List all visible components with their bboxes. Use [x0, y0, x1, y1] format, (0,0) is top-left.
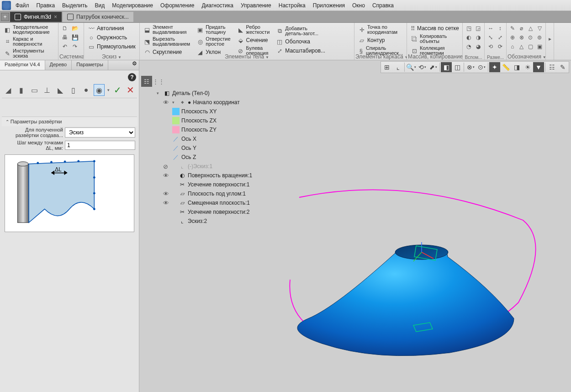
ann-icon[interactable]: △ — [518, 42, 526, 51]
shape-sphere-icon[interactable]: ● — [80, 84, 91, 96]
menu-control[interactable]: Управление — [238, 1, 274, 10]
ribbon-overflow[interactable]: ▸ — [546, 23, 554, 60]
shell-button[interactable]: ◫Оболочка — [274, 37, 327, 46]
panel-tab-unfold[interactable]: Развёртки V4.4 — [0, 60, 45, 70]
thicken-icon: ▣ — [196, 26, 204, 33]
new-icon[interactable]: 🗋 — [60, 24, 69, 33]
wire-icon: ⌗ — [4, 38, 11, 45]
open-icon[interactable]: 📂 — [70, 24, 79, 33]
svg-point-3 — [50, 161, 52, 163]
circle-icon: ○ — [88, 34, 95, 41]
group-title: Разме... — [485, 55, 506, 60]
main-area: Развёртки V4.4 Дерево Параметры ⚙ ? ◢ ▮ … — [0, 60, 571, 392]
tab-label: Фигня.m3d — [24, 14, 51, 20]
menu-diagnostics[interactable]: Диагностика — [199, 1, 236, 10]
shape-elbow-icon[interactable]: ◣ — [55, 84, 66, 96]
tab-inactive[interactable]: Патрубок коническ... — [63, 12, 133, 22]
menu-edit[interactable]: Правка — [34, 1, 58, 10]
dim-icon[interactable]: ↔ — [486, 24, 495, 33]
ann-icon[interactable]: ▢ — [527, 42, 535, 51]
shape-surface-icon[interactable]: ◉ — [94, 84, 105, 96]
rectangle-button[interactable]: ▭Прямоугольник — [86, 42, 137, 51]
save-icon[interactable]: 💾 — [70, 33, 79, 42]
ann-icon[interactable]: ⊙ — [527, 33, 535, 42]
aux-icon[interactable]: ◕ — [474, 42, 483, 51]
add-part-button[interactable]: ⧉Добавить деталь-загот... — [274, 25, 327, 37]
aux-icon[interactable]: ◑ — [474, 33, 483, 42]
create-as-select[interactable]: Эскиз — [65, 127, 135, 138]
panel-settings-icon[interactable]: ⚙ — [130, 60, 139, 70]
contour-button[interactable]: ▱Контур — [356, 36, 405, 45]
dim-icon[interactable]: ⟳ — [496, 42, 505, 51]
mode-wire-button[interactable]: ⌗Каркас и поверхности — [2, 36, 56, 48]
ann-icon[interactable]: ▽ — [535, 24, 544, 33]
cancel-icon[interactable]: ✕ — [125, 84, 136, 96]
aux-icon[interactable]: ◔ — [465, 42, 473, 51]
section-icon: ⬙ — [237, 37, 244, 44]
aux-icon[interactable]: ◲ — [474, 24, 483, 33]
menu-select[interactable]: Выделить — [59, 1, 90, 10]
mode-solid-button[interactable]: ◧Твердотельное моделирование — [2, 24, 56, 36]
shape-trans-icon[interactable]: ▯ — [68, 84, 79, 96]
ann-icon[interactable]: ⊕ — [508, 33, 517, 42]
tab-active[interactable]: Фигня.m3d × — [10, 12, 62, 22]
shape-cylinder-icon[interactable]: ▮ — [16, 84, 26, 96]
menu-file[interactable]: Файл — [13, 1, 32, 10]
panel-tab-params[interactable]: Параметры — [72, 60, 108, 70]
circle-button[interactable]: ○Окружность — [86, 33, 137, 42]
menu-view[interactable]: Вид — [92, 1, 107, 10]
aux-icon[interactable]: ◐ — [465, 33, 473, 42]
section-header[interactable]: Параметры развёртки — [2, 117, 137, 126]
menu-window[interactable]: Окно — [349, 1, 368, 10]
ann-icon[interactable]: △ — [527, 24, 535, 33]
menu-design[interactable]: Оформление — [158, 1, 197, 10]
help-icon[interactable]: ? — [128, 73, 136, 81]
shape-cone-icon[interactable]: ◢ — [3, 84, 14, 96]
undo-icon[interactable]: ↶ — [60, 42, 69, 51]
section-button[interactable]: ⬙Сечение — [235, 36, 272, 45]
ann-icon[interactable]: ⊗ — [518, 33, 526, 42]
viewport-3d[interactable]: ⊞ ⌞ 🔍▾ ⟲▾ ⬈▾ ◧ ◫ ⊗▾ ⊙▾ ✦ 📏 ◨ ☀ ▼ ☷ ✎ ☷ — [139, 60, 571, 392]
dim-icon[interactable]: ⤡ — [486, 33, 495, 42]
rib-button[interactable]: ◣Ребро жесткости — [235, 24, 272, 36]
menu-help[interactable]: Справка — [370, 1, 397, 10]
panel-tab-tree[interactable]: Дерево — [45, 60, 72, 70]
print-icon[interactable]: 🖶 — [60, 33, 69, 42]
unfold-preview: ΔL — [5, 154, 134, 232]
thicken-button[interactable]: ▣Придать толщину — [195, 24, 232, 36]
new-document-button[interactable]: + — [1, 13, 9, 21]
extrude-button[interactable]: ⬓Элемент выдавливания — [142, 24, 192, 36]
ann-icon[interactable]: ⌂ — [508, 42, 517, 51]
step-input[interactable] — [65, 141, 135, 150]
mode-sketch-button[interactable]: ✎Инструменты эскиза — [2, 48, 56, 59]
copy-button[interactable]: ⿻Копировать объекты — [409, 33, 460, 45]
apply-icon[interactable]: ✓ — [112, 84, 123, 96]
group-title: Эскиз ▼ — [84, 53, 139, 60]
dim-icon[interactable]: ↕ — [496, 24, 505, 33]
autoline-button[interactable]: 〰Автолиния — [86, 24, 137, 33]
viewport-canvas — [139, 60, 571, 392]
ann-icon[interactable]: ▣ — [535, 42, 544, 51]
cut-icon: ⬔ — [143, 38, 151, 45]
ribbon-group-sketch: 〰Автолиния ○Окружность ▭Прямоугольник Эс… — [84, 23, 140, 60]
close-icon[interactable]: × — [54, 14, 57, 20]
ribbon-group-modes: ◧Твердотельное моделирование ⌗Каркас и п… — [0, 23, 58, 60]
ann-icon[interactable]: ✎ — [508, 24, 517, 33]
menu-modeling[interactable]: Моделирование — [109, 1, 156, 10]
ann-icon[interactable]: ⊚ — [535, 33, 544, 42]
rectangle-icon: ▭ — [88, 43, 95, 50]
dim-icon[interactable]: ⤢ — [496, 33, 505, 42]
menu-addons[interactable]: Приложения — [310, 1, 348, 10]
redo-icon[interactable]: ↷ — [70, 42, 79, 51]
menu-settings[interactable]: Настройка — [276, 1, 308, 10]
cut-extrude-button[interactable]: ⬔Вырезать выдавливанием — [142, 36, 192, 48]
dim-icon[interactable]: ⟲ — [486, 42, 495, 51]
grid-array-button[interactable]: ⠿Массив по сетке — [409, 24, 460, 33]
shape-box-icon[interactable]: ▭ — [29, 84, 40, 96]
shape-tee-icon[interactable]: ⊥ — [42, 84, 53, 96]
ann-icon[interactable]: ⌀ — [518, 24, 526, 33]
hole-button[interactable]: ◎Отверстие простое — [195, 36, 232, 48]
point-button[interactable]: ✛Точка по координатам — [356, 24, 405, 36]
aux-icon[interactable]: ◳ — [465, 24, 473, 33]
rib-icon: ◣ — [237, 26, 244, 33]
